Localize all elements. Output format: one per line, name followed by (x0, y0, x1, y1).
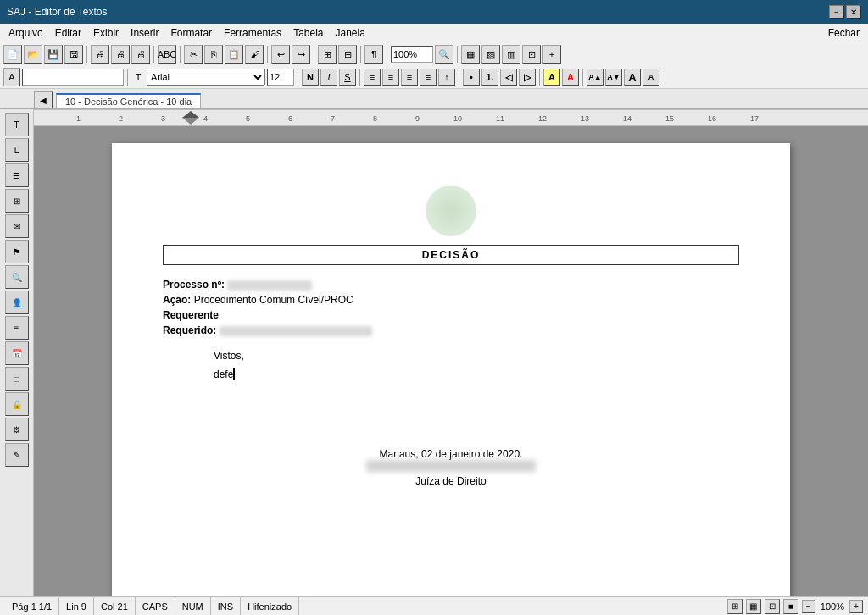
sidebar-icon-14[interactable]: ✎ (5, 443, 29, 467)
style-btn[interactable]: A (3, 68, 20, 86)
align-left-btn[interactable]: ≡ (364, 69, 381, 86)
para-btn[interactable]: ¶ (364, 45, 383, 64)
svg-text:7: 7 (331, 114, 335, 123)
menu-ferramentas[interactable]: Ferramentas (219, 25, 287, 41)
zoom-in-btn[interactable]: + (849, 600, 863, 613)
status-col: Col 21 (94, 597, 136, 615)
menu-arquivo[interactable]: Arquivo (3, 25, 48, 41)
font-color-btn[interactable]: A (562, 69, 579, 86)
table-btn[interactable]: ⊞ (318, 45, 337, 64)
document-viewport[interactable]: DECISÃO Processo nº: Ação: Procedimento … (34, 126, 868, 596)
menu-editar[interactable]: Editar (50, 25, 86, 41)
font-size-up-btn[interactable]: A▲ (587, 69, 604, 86)
menu-inserir[interactable]: Inserir (125, 25, 164, 41)
save2-btn[interactable]: 🖫 (64, 45, 83, 64)
italic-btn[interactable]: I (320, 69, 337, 86)
print-btn[interactable]: 🖨 (91, 45, 109, 64)
spell-btn[interactable]: ABC (158, 45, 176, 64)
requerido-label: Requerido: (163, 324, 216, 336)
frame-btn[interactable]: ⊡ (522, 45, 541, 64)
new-btn[interactable]: 📄 (3, 45, 22, 64)
align-justify-btn[interactable]: ≡ (420, 69, 437, 86)
document-tab[interactable]: 10 - Decisão Genérica - 10 dia (56, 93, 201, 108)
sidebar-icon-4[interactable]: ⊞ (5, 189, 29, 213)
redo-btn[interactable]: ↪ (292, 45, 310, 64)
menu-exibir[interactable]: Exibir (88, 25, 124, 41)
main-toolbar: 📄 📂 💾 🖫 🖨 🖨 🖨 ABC ✂ ⎘ 📋 🖌 ↩ ↪ ⊞ ⊟ ¶ 🔍 ▦ … (0, 42, 868, 66)
plus-btn[interactable]: + (542, 45, 561, 64)
menu-janela[interactable]: Janela (331, 25, 370, 41)
font-size-dn-btn[interactable]: A▼ (605, 69, 622, 86)
sidebar-icon-12[interactable]: 🔒 (5, 392, 29, 416)
paste-btn[interactable]: 📋 (225, 45, 243, 64)
status-icon-2[interactable]: ▦ (746, 599, 761, 614)
status-bar: Pág 1 1/1 Lin 9 Col 21 CAPS NUM INS Hife… (0, 596, 868, 615)
underline-btn[interactable]: S (339, 69, 356, 86)
status-num: NUM (175, 597, 211, 615)
font-size-lg-btn[interactable]: A (624, 69, 641, 86)
align-right-btn[interactable]: ≡ (401, 69, 418, 86)
sidebar-icon-1[interactable]: T (5, 113, 29, 136)
zoom-level: 100% (817, 601, 848, 612)
list-ordered-btn[interactable]: 1. (481, 69, 498, 86)
editor-area: 1 2 3 4 5 6 7 8 9 10 11 12 13 14 15 16 1… (34, 109, 868, 596)
zoom-search-btn[interactable]: 🔍 (435, 45, 453, 64)
table2-btn[interactable]: ⊟ (338, 45, 357, 64)
copy-btn[interactable]: ⎘ (204, 45, 223, 64)
decisao-box: DECISÃO (163, 245, 739, 265)
svg-text:11: 11 (496, 114, 504, 123)
close-button[interactable]: ✕ (846, 5, 861, 19)
sidebar-icon-10[interactable]: 📅 (5, 341, 29, 365)
sidebar-icon-5[interactable]: ✉ (5, 214, 29, 238)
list-unordered-btn[interactable]: • (463, 69, 480, 86)
tab-nav-btn[interactable]: ◀ (34, 91, 53, 108)
text-cursor (233, 368, 235, 380)
title-bar: SAJ - Editor de Textos − ✕ (0, 0, 868, 24)
sep3 (180, 46, 181, 63)
align-center-btn[interactable]: ≡ (382, 69, 399, 86)
open-btn[interactable]: 📂 (24, 45, 42, 64)
svg-text:13: 13 (581, 114, 589, 123)
menu-tabela[interactable]: Tabela (288, 25, 328, 41)
status-icon-3[interactable]: ⊡ (765, 599, 780, 614)
sidebar-ruler-btn[interactable]: L (5, 138, 29, 162)
print2-btn[interactable]: 🖨 (111, 45, 130, 64)
outdent-btn[interactable]: ◁ (500, 69, 517, 86)
sidebar-icon-11[interactable]: □ (5, 367, 29, 391)
cut-btn[interactable]: ✂ (184, 45, 203, 64)
status-icon-1[interactable]: ⊞ (727, 599, 743, 614)
print3-btn[interactable]: 🖨 (131, 45, 150, 64)
zoom-out-btn[interactable]: − (802, 600, 815, 613)
undo-btn[interactable]: ↩ (271, 45, 290, 64)
menu-formatar[interactable]: Formatar (165, 25, 217, 41)
minimize-button[interactable]: − (829, 5, 844, 19)
col-btn[interactable]: ▥ (502, 45, 520, 64)
sidebar-icon-6[interactable]: ⚑ (5, 240, 29, 263)
sidebar-icon-9[interactable]: ≡ (5, 316, 29, 340)
zoom-input[interactable] (391, 46, 433, 63)
save-btn[interactable]: 💾 (44, 45, 63, 64)
font-select[interactable]: Arial (147, 69, 265, 86)
line-spacing-btn[interactable]: ↕ (438, 69, 455, 86)
line-label: Lin 9 (66, 601, 86, 612)
menu-fechar[interactable]: Fechar (823, 25, 865, 41)
pages-label: 1/1 (39, 601, 52, 612)
status-icon-4[interactable]: ■ (783, 599, 798, 614)
indent-btn[interactable]: ▷ (519, 69, 536, 86)
format-paint-btn[interactable]: 🖌 (245, 45, 264, 64)
font-size-input[interactable] (267, 69, 294, 86)
highlight-btn[interactable]: A (543, 69, 560, 86)
sidebar-icon-3[interactable]: ☰ (5, 163, 29, 187)
zoom-control: − 100% + (802, 600, 863, 613)
font-size-sm-btn[interactable]: A (643, 69, 659, 86)
acao-label: Ação: (163, 294, 191, 306)
style-input[interactable] (22, 69, 124, 86)
sidebar-icon-7[interactable]: 🔍 (5, 265, 29, 289)
menu-bar: Arquivo Editar Exibir Inserir Formatar F… (0, 24, 868, 42)
sidebar-icon-13[interactable]: ⚙ (5, 418, 29, 441)
requerido-field: Requerido: (163, 324, 739, 336)
bold-btn[interactable]: N (302, 69, 319, 86)
grid2-btn[interactable]: ▧ (481, 45, 500, 64)
sidebar-icon-8[interactable]: 👤 (5, 291, 29, 314)
grid1-btn[interactable]: ▦ (461, 45, 480, 64)
